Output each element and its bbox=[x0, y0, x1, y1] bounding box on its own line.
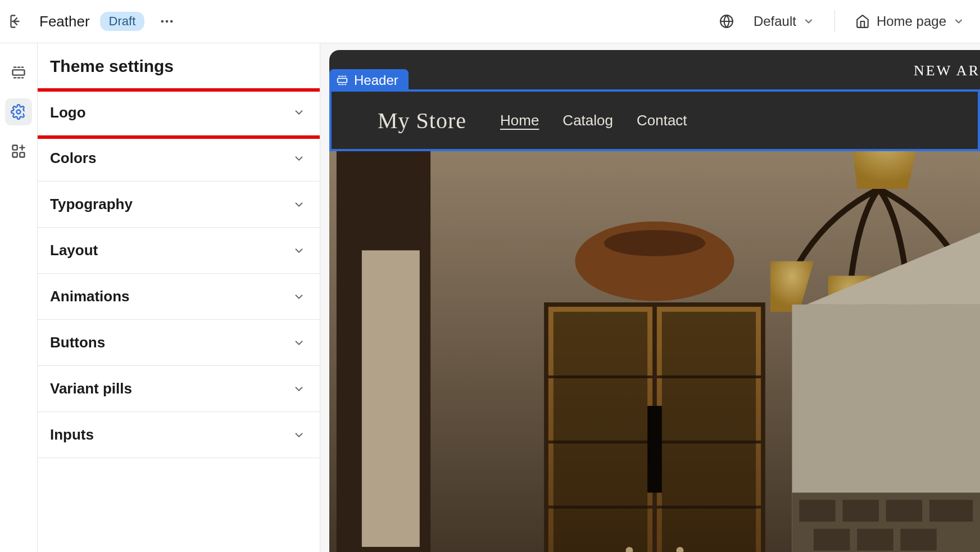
editor-topbar: Feather Draft Default Home page bbox=[0, 0, 980, 43]
globe-icon bbox=[719, 14, 734, 29]
announcement-bar-text: NEW AR bbox=[914, 62, 980, 79]
editor-main: Theme settings Logo Colors Typography La… bbox=[0, 43, 980, 552]
setting-row-logo[interactable]: Logo bbox=[38, 89, 320, 135]
setting-row-layout[interactable]: Layout bbox=[38, 228, 320, 274]
exit-icon bbox=[9, 13, 25, 29]
device-preview-selector[interactable]: Default bbox=[749, 10, 819, 33]
setting-label: Animations bbox=[50, 288, 130, 305]
svg-point-1 bbox=[161, 20, 164, 23]
store-logo-text[interactable]: My Store bbox=[378, 107, 466, 134]
sections-icon bbox=[11, 65, 26, 80]
chevron-down-icon bbox=[293, 429, 305, 441]
left-rail bbox=[0, 43, 37, 552]
svg-point-7 bbox=[17, 110, 21, 114]
setting-label: Layout bbox=[50, 242, 98, 259]
chevron-down-icon bbox=[293, 198, 305, 211]
setting-label: Logo bbox=[50, 104, 86, 121]
home-icon bbox=[855, 14, 870, 29]
divider bbox=[834, 10, 835, 33]
svg-rect-52 bbox=[329, 151, 980, 552]
preview-device-frame: NEW AR Header My Store Home Catalog Cont… bbox=[329, 50, 980, 552]
store-header: My Store Home Catalog Contact bbox=[332, 92, 978, 149]
rail-sections-button[interactable] bbox=[5, 59, 32, 86]
hero-image[interactable] bbox=[329, 151, 980, 552]
setting-row-inputs[interactable]: Inputs bbox=[38, 412, 320, 458]
panel-title: Theme settings bbox=[38, 43, 320, 89]
page-selector-label: Home page bbox=[877, 13, 946, 29]
hero-interior-illustration bbox=[329, 151, 980, 552]
setting-label: Inputs bbox=[50, 426, 94, 444]
exit-editor-button[interactable] bbox=[4, 9, 29, 34]
store-nav-item-catalog[interactable]: Catalog bbox=[562, 112, 613, 129]
chevron-down-icon bbox=[293, 106, 305, 119]
more-horizontal-icon bbox=[159, 13, 175, 29]
setting-label: Colors bbox=[50, 150, 96, 167]
page-selector[interactable]: Home page bbox=[851, 10, 969, 33]
rail-theme-settings-button[interactable] bbox=[5, 98, 32, 125]
preview-canvas: NEW AR Header My Store Home Catalog Cont… bbox=[320, 43, 980, 552]
store-nav-item-contact[interactable]: Contact bbox=[637, 112, 687, 129]
svg-point-3 bbox=[170, 20, 173, 23]
chevron-down-icon bbox=[293, 383, 305, 395]
setting-row-typography[interactable]: Typography bbox=[38, 182, 320, 228]
status-badge: Draft bbox=[100, 12, 145, 31]
chevron-down-icon bbox=[803, 16, 814, 27]
chevron-down-icon bbox=[293, 337, 305, 349]
chevron-down-icon bbox=[293, 291, 305, 303]
selected-section-outline[interactable]: Header My Store Home Catalog Contact bbox=[329, 89, 980, 151]
localize-button[interactable] bbox=[714, 9, 739, 34]
apps-icon bbox=[11, 143, 26, 159]
svg-rect-6 bbox=[13, 70, 25, 75]
selected-section-label: Header bbox=[354, 73, 398, 88]
svg-rect-9 bbox=[20, 152, 24, 157]
svg-point-2 bbox=[166, 20, 169, 23]
setting-label: Buttons bbox=[50, 334, 105, 351]
settings-list: Logo Colors Typography Layout Animations… bbox=[38, 89, 320, 458]
setting-row-animations[interactable]: Animations bbox=[38, 274, 320, 320]
store-nav-item-home[interactable]: Home bbox=[500, 112, 539, 129]
chevron-down-icon bbox=[953, 16, 964, 27]
setting-label: Variant pills bbox=[50, 380, 132, 397]
more-actions-button[interactable] bbox=[155, 9, 179, 34]
theme-name: Feather bbox=[39, 13, 90, 30]
setting-row-variant-pills[interactable]: Variant pills bbox=[38, 366, 320, 412]
gear-icon bbox=[11, 104, 26, 120]
selected-section-tag[interactable]: Header bbox=[329, 69, 409, 92]
chevron-down-icon bbox=[293, 245, 305, 257]
setting-row-buttons[interactable]: Buttons bbox=[38, 320, 320, 366]
svg-rect-10 bbox=[13, 152, 17, 157]
theme-settings-panel: Theme settings Logo Colors Typography La… bbox=[37, 43, 320, 552]
rail-apps-button[interactable] bbox=[5, 138, 32, 165]
device-preview-label: Default bbox=[754, 13, 796, 29]
setting-label: Typography bbox=[50, 196, 133, 213]
store-nav: Home Catalog Contact bbox=[500, 112, 687, 129]
svg-rect-13 bbox=[338, 78, 347, 82]
setting-row-colors[interactable]: Colors bbox=[38, 135, 320, 182]
chevron-down-icon bbox=[293, 152, 305, 165]
section-icon bbox=[336, 74, 348, 87]
svg-rect-8 bbox=[13, 146, 17, 150]
